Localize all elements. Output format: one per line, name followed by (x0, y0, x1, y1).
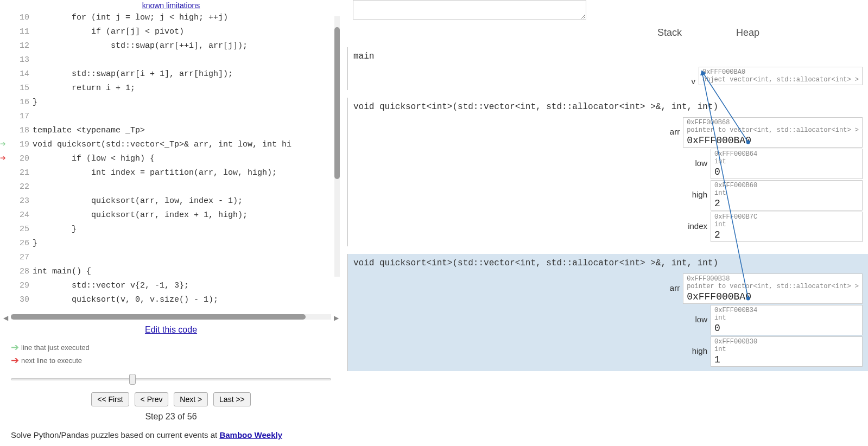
code-line: 10 for (int j = low; j < high; ++j) (0, 11, 342, 25)
var-address: 0xFFF000B7C (714, 213, 859, 221)
frame-title: void quicksort<int>(std::vector<int, std… (353, 101, 868, 116)
var-value: 1 (714, 353, 859, 365)
var-value: 0 (714, 322, 859, 334)
var-name: index (688, 212, 711, 231)
line-number: 13 (12, 53, 33, 67)
bamboo-link[interactable]: Bamboo Weekly (219, 430, 282, 439)
arrow-next-line-icon: ➔ (11, 354, 19, 366)
line-number: 24 (12, 208, 33, 222)
var-type: int (714, 189, 859, 197)
var-name: high (692, 336, 711, 355)
arrow-just-executed-icon: ➔ (11, 341, 19, 353)
var-type: int (714, 346, 859, 353)
var-row: high0xFFF000B30int1 (353, 336, 863, 367)
var-box: 0xFFF000BA0object vector<int, std::alloc… (699, 67, 863, 85)
var-row: index0xFFF000B7Cint2 (353, 212, 863, 242)
var-type: int (714, 158, 859, 165)
var-value: 0 (714, 165, 859, 177)
code-viewer[interactable]: 10 for (int j = low; j < high; ++j)11 if… (0, 11, 342, 321)
code-text: quicksort(arr, low, index - 1); (33, 194, 243, 208)
line-number: 11 (12, 25, 33, 39)
var-value: 0xFFF000BA0 (687, 290, 859, 302)
next-button[interactable]: Next > (174, 392, 208, 406)
var-name: v (691, 67, 699, 86)
code-text: std::swap(arr[++i], arr[j]); (33, 39, 248, 53)
code-line: ➔19void quicksort(std::vector<_Tp>& arr,… (0, 138, 342, 152)
code-text: template <typename _Tp> (33, 124, 145, 138)
legend-just-executed: line that just executed (21, 343, 90, 352)
legend: ➔ line that just executed ➔ next line to… (0, 339, 342, 369)
code-line: 26} (0, 237, 342, 251)
line-number: 28 (12, 265, 33, 279)
var-value: 0xFFF000BA0 (687, 134, 859, 146)
var-box: 0xFFF000B68pointer to vector<int, std::a… (683, 117, 863, 148)
vertical-scroll-thumb[interactable] (334, 27, 340, 179)
line-number: 17 (12, 110, 33, 124)
var-value: 2 (714, 197, 859, 209)
code-text: for (int j = low; j < high; ++j) (33, 11, 228, 25)
promo-text: Solve Python/Pandas puzzles based on cur… (0, 424, 342, 446)
var-name: low (695, 305, 711, 324)
var-value: 2 (714, 228, 859, 240)
line-number: 12 (12, 39, 33, 53)
line-number: 25 (12, 222, 33, 237)
scroll-left-arrow[interactable]: ◀ (3, 314, 8, 321)
var-box: 0xFFF000B30int1 (711, 336, 863, 367)
horizontal-scrollbar[interactable] (11, 314, 331, 320)
edit-code-link[interactable]: Edit this code (0, 321, 342, 339)
var-address: 0xFFF000B30 (714, 338, 859, 346)
stack-column-label: Stack (657, 27, 682, 39)
slider-thumb[interactable] (129, 374, 136, 385)
var-box: 0xFFF000B38pointer to vector<int, std::a… (683, 273, 863, 304)
var-address: 0xFFF000BA0 (702, 68, 859, 76)
line-number: 18 (12, 124, 33, 138)
scroll-right-arrow[interactable]: ▶ (334, 314, 339, 321)
code-line: 30 quicksort(v, 0, v.size() - 1); (0, 293, 342, 307)
line-number: 22 (12, 180, 33, 194)
arrow-next-line-icon: ➔ (0, 153, 6, 164)
line-number: 16 (12, 95, 33, 110)
code-text: } (33, 95, 37, 110)
var-name: arr (670, 117, 683, 136)
var-type: pointer to vector<int, std::allocator<in… (687, 283, 859, 290)
code-line: 24 quicksort(arr, index + 1, high); (0, 208, 342, 222)
frame-title: void quicksort<int>(std::vector<int, std… (353, 257, 868, 272)
code-text: int index = partition(arr, low, high); (33, 166, 277, 180)
var-address: 0xFFF000B64 (714, 150, 859, 158)
code-line: 17 (0, 110, 342, 124)
var-box: 0xFFF000B34int0 (711, 305, 863, 335)
line-number: 10 (12, 11, 33, 25)
line-number: 26 (12, 237, 33, 251)
horizontal-scroll-thumb[interactable] (11, 314, 306, 320)
stdin-textarea[interactable] (353, 0, 586, 20)
code-line: 27 (0, 251, 342, 265)
var-row: arr0xFFF000B38pointer to vector<int, std… (353, 273, 863, 304)
code-line: 16} (0, 95, 342, 110)
code-line: 25 } (0, 222, 342, 237)
var-row: v0xFFF000BA0object vector<int, std::allo… (353, 67, 863, 86)
var-box: 0xFFF000B7Cint2 (711, 212, 863, 242)
code-line: 14 std::swap(arr[i + 1], arr[high]); (0, 67, 342, 81)
known-limitations-link[interactable]: known limitations (0, 0, 342, 11)
line-number: 30 (12, 293, 33, 307)
var-row: low0xFFF000B34int0 (353, 305, 863, 335)
var-box: 0xFFF000B60int2 (711, 180, 863, 211)
var-address: 0xFFF000B60 (714, 182, 859, 189)
code-line: 21 int index = partition(arr, low, high)… (0, 166, 342, 180)
var-name: high (692, 180, 711, 199)
line-number: 23 (12, 194, 33, 208)
vertical-scrollbar[interactable] (334, 16, 340, 277)
prev-button[interactable]: < Prev (135, 392, 169, 406)
line-number: 27 (12, 251, 33, 265)
step-slider[interactable] (11, 374, 331, 385)
line-number: 19 (12, 138, 33, 152)
stack-frame: mainv0xFFF000BA0object vector<int, std::… (347, 47, 868, 90)
var-box: 0xFFF000B64int0 (711, 149, 863, 179)
first-button[interactable]: << First (91, 392, 129, 406)
step-label: Step 23 of 56 (0, 410, 342, 424)
var-row: high0xFFF000B60int2 (353, 180, 863, 211)
last-button[interactable]: Last >> (213, 392, 251, 406)
code-text: } (33, 222, 77, 237)
code-line: 22 (0, 180, 342, 194)
code-text: void quicksort(std::vector<_Tp>& arr, in… (33, 138, 292, 152)
